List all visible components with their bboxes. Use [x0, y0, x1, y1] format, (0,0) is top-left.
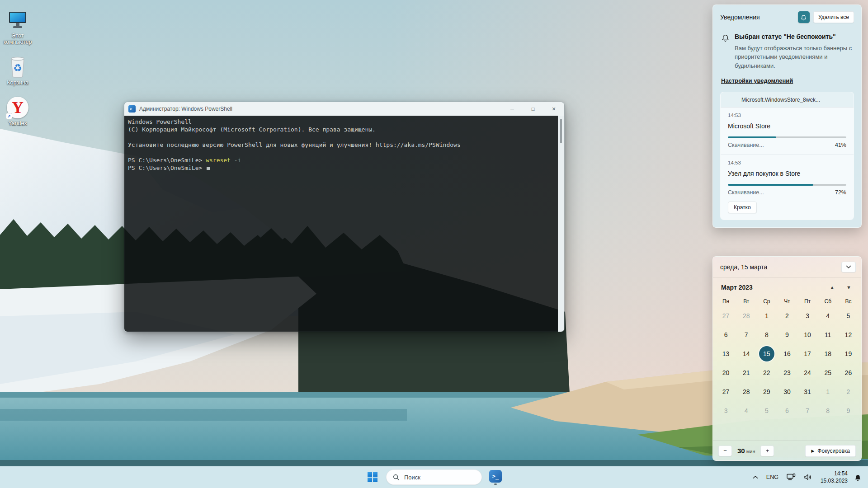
- volume-icon[interactable]: [801, 468, 815, 486]
- calendar-day[interactable]: 28: [736, 382, 756, 401]
- console-line: PS C:\Users\OneSmiLe>: [128, 164, 555, 172]
- calendar-day[interactable]: 1: [756, 306, 777, 325]
- calendar-day[interactable]: 5: [756, 401, 777, 420]
- notification-card[interactable]: 14:53Узел для покупок в StoreСкачивание.…: [721, 155, 854, 220]
- calendar-day[interactable]: 16: [777, 344, 797, 363]
- calendar-day[interactable]: 20: [716, 363, 736, 382]
- clear-all-button[interactable]: Удалить все: [813, 11, 854, 23]
- calendar-day[interactable]: 27: [716, 306, 736, 325]
- calendar-day[interactable]: 21: [736, 363, 756, 382]
- shortcut-arrow-icon: ↗: [6, 113, 12, 119]
- calendar-day[interactable]: 9: [777, 325, 797, 344]
- network-icon[interactable]: [783, 468, 799, 486]
- calendar-day[interactable]: 22: [756, 363, 777, 382]
- windows-logo-icon: [368, 472, 377, 482]
- calendar-day[interactable]: 8: [756, 325, 777, 344]
- focus-minus-button[interactable]: −: [718, 446, 732, 456]
- yandex-browser-icon: Y ↗: [0, 92, 35, 118]
- calendar-day[interactable]: 1: [818, 382, 838, 401]
- console-token: wsreset: [206, 157, 231, 164]
- taskbar: Поиск >_ ENG 14:54: [0, 466, 868, 488]
- start-button[interactable]: [363, 468, 382, 486]
- calendar-day[interactable]: 4: [736, 401, 756, 420]
- download-percent: 41%: [835, 142, 846, 148]
- close-button[interactable]: ✕: [543, 102, 564, 116]
- calendar-day[interactable]: 30: [777, 382, 797, 401]
- calendar-next-month-button[interactable]: ▼: [846, 285, 851, 290]
- console-line: [128, 133, 555, 141]
- minimize-button[interactable]: ─: [502, 102, 523, 116]
- dnd-status-body: Вам будут отображаться только баннеры с …: [735, 44, 853, 70]
- console-line: PS C:\Users\OneSmiLe> wsreset -i: [128, 156, 555, 164]
- calendar-week-row: 3456789: [713, 401, 861, 420]
- taskbar-search-box[interactable]: Поиск: [386, 469, 482, 485]
- search-icon: [393, 474, 400, 481]
- notifications-title: Уведомления: [720, 14, 798, 21]
- calendar-day[interactable]: 26: [838, 363, 859, 382]
- focus-start-button[interactable]: ▶ Фокусировка: [805, 445, 856, 457]
- calendar-day[interactable]: 29: [756, 382, 777, 401]
- calendar-day[interactable]: 27: [716, 382, 736, 401]
- recycle-bin-icon: ♻: [0, 52, 35, 78]
- desktop-icon-label: Этот компьютер: [0, 33, 35, 45]
- tray-bell-snooze-icon[interactable]: z: [853, 468, 863, 486]
- calendar-day[interactable]: 9: [838, 401, 859, 420]
- calendar-day-selected[interactable]: 15: [756, 344, 777, 363]
- do-not-disturb-button[interactable]: z: [798, 11, 810, 23]
- svg-text:♻: ♻: [13, 62, 22, 74]
- calendar-day[interactable]: 10: [797, 325, 818, 344]
- calendar-day[interactable]: 25: [818, 363, 838, 382]
- powershell-titlebar[interactable]: >_ Администратор: Windows PowerShell ─ □…: [124, 102, 564, 116]
- calendar-day[interactable]: 31: [797, 382, 818, 401]
- calendar-day[interactable]: 14: [736, 344, 756, 363]
- calendar-day[interactable]: 5: [838, 306, 859, 325]
- calendar-collapse-button[interactable]: [841, 262, 856, 272]
- calendar-grid: 2728123456789101112131415161718192021222…: [713, 306, 861, 420]
- calendar-day[interactable]: 3: [797, 306, 818, 325]
- notification-card[interactable]: 14:53Microsoft StoreСкачивание...41%: [721, 107, 854, 155]
- desktop-icon-yandex[interactable]: Y ↗ Yandex: [0, 92, 35, 127]
- calendar-day[interactable]: 17: [797, 344, 818, 363]
- notification-action-button[interactable]: Кратко: [728, 202, 757, 213]
- calendar-day[interactable]: 12: [838, 325, 859, 344]
- tray-date: 15.03.2023: [821, 477, 848, 484]
- calendar-day[interactable]: 6: [716, 325, 736, 344]
- calendar-day[interactable]: 23: [777, 363, 797, 382]
- calendar-day[interactable]: 7: [797, 401, 818, 420]
- calendar-day[interactable]: 28: [736, 306, 756, 325]
- calendar-day[interactable]: 19: [838, 344, 859, 363]
- calendar-day[interactable]: 4: [818, 306, 838, 325]
- calendar-day[interactable]: 3: [716, 401, 736, 420]
- calendar-day[interactable]: 24: [797, 363, 818, 382]
- console-scrollbar[interactable]: [558, 116, 564, 332]
- calendar-day[interactable]: 2: [838, 382, 859, 401]
- calendar-day[interactable]: 18: [818, 344, 838, 363]
- calendar-day[interactable]: 13: [716, 344, 736, 363]
- notification-settings-link[interactable]: Настройки уведомлений: [721, 77, 793, 84]
- scrollbar-thumb[interactable]: [560, 119, 562, 143]
- maximize-button[interactable]: □: [523, 102, 543, 116]
- calendar-day[interactable]: 2: [777, 306, 797, 325]
- calendar-day[interactable]: 6: [777, 401, 797, 420]
- calendar-prev-month-button[interactable]: ▲: [830, 285, 835, 290]
- desktop-icon-recycle-bin[interactable]: ♻ Корзина: [0, 52, 35, 86]
- calendar-day[interactable]: 8: [818, 401, 838, 420]
- taskbar-powershell-button[interactable]: >_: [486, 468, 505, 486]
- calendar-day[interactable]: 11: [818, 325, 838, 344]
- notification-center: Уведомления z Удалить все z Выбран стату…: [712, 5, 862, 228]
- focus-duration: 30мин: [737, 447, 755, 455]
- notification-group-title[interactable]: Microsoft.WindowsStore_8wek...: [721, 92, 854, 107]
- svg-text:z: z: [726, 34, 727, 37]
- console-output[interactable]: Windows PowerShell(C) Корпорация Майкрос…: [124, 116, 564, 332]
- calendar-month-label: Март 2023: [721, 284, 818, 291]
- notification-time: 14:53: [728, 113, 846, 118]
- calendar-weekday-row: ПнВтСрЧтПтСбВс: [713, 298, 861, 305]
- calendar-week-row: 6789101112: [713, 325, 861, 344]
- tray-clock[interactable]: 14:54 15.03.2023: [817, 470, 851, 484]
- desktop-icon-this-pc[interactable]: Этот компьютер: [0, 5, 35, 45]
- tray-language-indicator[interactable]: ENG: [763, 468, 782, 486]
- calendar-day[interactable]: 7: [736, 325, 756, 344]
- tray-show-hidden-icons-button[interactable]: [750, 468, 761, 486]
- download-status: Скачивание...: [728, 142, 764, 148]
- focus-plus-button[interactable]: +: [760, 446, 774, 456]
